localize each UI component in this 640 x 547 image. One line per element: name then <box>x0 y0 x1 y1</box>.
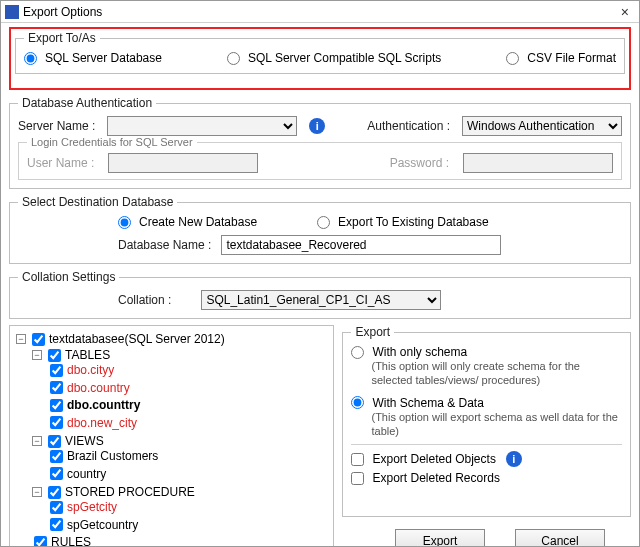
radio-create-new-db-input[interactable] <box>118 216 131 229</box>
close-button[interactable]: × <box>615 4 635 20</box>
radio-sql-server-db-input[interactable] <box>24 52 37 65</box>
radio-schema-data-input[interactable] <box>351 396 364 409</box>
collation-group: Collation Settings Collation : SQL_Latin… <box>9 270 631 319</box>
check-deleted-objects-input[interactable] <box>351 453 364 466</box>
tree-view-item[interactable]: country <box>48 467 106 481</box>
tree-view-item[interactable]: Brazil Customers <box>48 449 158 463</box>
radio-sql-scripts[interactable]: SQL Server Compatible SQL Scripts <box>227 51 441 65</box>
tree-stored-procedures[interactable]: − STORED PROCEDURE <box>32 485 195 499</box>
tree-check[interactable] <box>50 364 63 377</box>
radio-export-existing-label: Export To Existing Database <box>338 215 489 229</box>
server-name-label: Server Name : <box>18 119 95 133</box>
radio-sql-server-db-label: SQL Server Database <box>45 51 162 65</box>
collapse-icon[interactable]: − <box>32 436 42 446</box>
db-auth-group: Database Authentication Server Name : i … <box>9 96 631 189</box>
login-credentials-title: Login Credentials for SQL Server <box>27 136 197 148</box>
server-name-select[interactable] <box>107 116 297 136</box>
check-deleted-records-label: Export Deleted Records <box>372 471 499 485</box>
tree-tables-check[interactable] <box>48 349 61 362</box>
tree-table-item[interactable]: dbo.cityy <box>48 363 114 377</box>
db-name-label: Database Name : <box>118 238 211 252</box>
tree-check[interactable] <box>50 381 63 394</box>
tree-item-label: spGetcity <box>67 500 117 514</box>
tree-item-label: dbo.cityy <box>67 363 114 377</box>
collapse-icon[interactable]: − <box>16 334 26 344</box>
export-options-legend: Export <box>351 325 394 339</box>
tree-sp-label: STORED PROCEDURE <box>65 485 195 499</box>
collation-select[interactable]: SQL_Latin1_General_CP1_CI_AS <box>201 290 441 310</box>
export-button[interactable]: Export <box>395 529 485 547</box>
tree-item-label: dbo.country <box>67 381 130 395</box>
radio-export-existing[interactable]: Export To Existing Database <box>317 215 489 229</box>
radio-schema-only-input[interactable] <box>351 346 364 359</box>
radio-csv[interactable]: CSV File Format <box>506 51 616 65</box>
tree-check[interactable] <box>50 416 63 429</box>
tree-check[interactable] <box>50 501 63 514</box>
collapse-icon[interactable]: − <box>32 350 42 360</box>
object-tree[interactable]: − textdatabasee(SQL Server 2012) − TABLE… <box>9 325 334 547</box>
schema-only-hint: (This option will only create schema for… <box>351 359 622 388</box>
tree-check[interactable] <box>50 518 63 531</box>
password-label: Password : <box>390 156 449 170</box>
radio-export-existing-input[interactable] <box>317 216 330 229</box>
info-icon[interactable]: i <box>309 118 325 134</box>
auth-select[interactable]: Windows Authentication <box>462 116 622 136</box>
tree-sp-check[interactable] <box>48 486 61 499</box>
separator <box>351 444 622 445</box>
password-input <box>463 153 613 173</box>
tree-tables[interactable]: − TABLES <box>32 348 110 362</box>
tree-item-label: dbo.new_city <box>67 416 137 430</box>
auth-label: Authentication : <box>367 119 450 133</box>
username-label: User Name : <box>27 156 94 170</box>
radio-create-new-db[interactable]: Create New Database <box>118 215 257 229</box>
tree-sp-item[interactable]: spGetcountry <box>48 518 138 532</box>
radio-sql-server-db[interactable]: SQL Server Database <box>24 51 162 65</box>
tree-check[interactable] <box>50 450 63 463</box>
login-credentials-group: Login Credentials for SQL Server User Na… <box>18 142 622 180</box>
radio-schema-data[interactable]: With Schema & Data <box>351 396 622 410</box>
collation-label: Collation : <box>118 293 171 307</box>
tree-sp-item[interactable]: spGetcity <box>48 500 117 514</box>
tree-views-check[interactable] <box>48 435 61 448</box>
radio-csv-input[interactable] <box>506 52 519 65</box>
tree-root-check[interactable] <box>32 333 45 346</box>
radio-csv-label: CSV File Format <box>527 51 616 65</box>
schema-data-hint: (This option will export schema as well … <box>351 410 622 439</box>
tree-tables-label: TABLES <box>65 348 110 362</box>
db-auth-legend: Database Authentication <box>18 96 156 110</box>
radio-create-new-db-label: Create New Database <box>139 215 257 229</box>
collapse-icon[interactable]: − <box>32 487 42 497</box>
check-deleted-records[interactable]: Export Deleted Records <box>351 471 622 485</box>
tree-table-item[interactable]: dbo.new_city <box>48 416 137 430</box>
radio-schema-only-label: With only schema <box>372 345 467 359</box>
tree-root[interactable]: − textdatabasee(SQL Server 2012) <box>16 332 225 346</box>
tree-check[interactable] <box>50 467 63 480</box>
radio-sql-scripts-input[interactable] <box>227 52 240 65</box>
export-options-group: Export With only schema (This option wil… <box>342 325 631 517</box>
tree-views-label: VIEWS <box>65 434 104 448</box>
radio-schema-only[interactable]: With only schema <box>351 345 622 359</box>
tree-item-label: spGetcountry <box>67 518 138 532</box>
app-icon <box>5 5 19 19</box>
username-input <box>108 153 258 173</box>
tree-item-label: dbo.counttry <box>67 398 140 412</box>
tree-check[interactable] <box>50 399 63 412</box>
tree-item-label: country <box>67 467 106 481</box>
check-deleted-objects-label: Export Deleted Objects <box>372 452 495 466</box>
tree-table-item[interactable]: dbo.country <box>48 381 130 395</box>
tree-check[interactable] <box>34 536 47 548</box>
tree-root-label: textdatabasee(SQL Server 2012) <box>49 332 225 346</box>
tree-table-item[interactable]: dbo.counttry <box>48 398 140 412</box>
tree-item-label: Brazil Customers <box>67 449 158 463</box>
cancel-button[interactable]: Cancel <box>515 529 605 547</box>
check-deleted-objects[interactable]: Export Deleted Objects i <box>351 451 622 467</box>
tree-views[interactable]: − VIEWS <box>32 434 104 448</box>
info-icon[interactable]: i <box>506 451 522 467</box>
db-name-input[interactable] <box>221 235 501 255</box>
tree-rules[interactable]: RULES <box>32 535 91 547</box>
export-to-legend: Export To/As <box>24 31 100 45</box>
export-options-window: Export Options × Export To/As SQL Server… <box>0 0 640 547</box>
radio-sql-scripts-label: SQL Server Compatible SQL Scripts <box>248 51 441 65</box>
check-deleted-records-input[interactable] <box>351 472 364 485</box>
radio-schema-data-label: With Schema & Data <box>372 396 483 410</box>
